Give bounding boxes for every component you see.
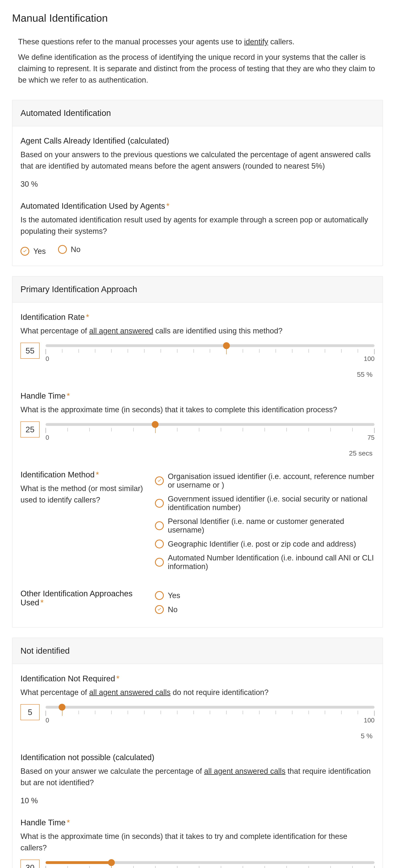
slider-scale: 0100 [46,717,374,724]
question-identification-rate: Identification Rate* What percentage of … [21,313,374,378]
radio-label: Government issued identifier (i.e. socia… [168,495,374,512]
section-header: Not identified [12,638,383,664]
question-label: Identification not possible (calculated) [21,753,374,762]
question-other-approaches-used: Other Identification Approaches Used* Ye… [21,589,374,619]
radio-icon [155,499,164,508]
question-description: Based on your answer we calculate the pe… [21,766,374,788]
question-description: What is the method (or most similar) use… [21,483,147,506]
radio-icon [155,476,164,485]
question-calls-already-identified: Agent Calls Already Identified (calculat… [21,136,374,188]
radio-icon [21,247,29,256]
intro-paragraph-1: These questions refer to the manual proc… [18,36,377,48]
question-handle-time: Handle Time* What is the approximate tim… [21,392,374,457]
radio-no[interactable]: No [155,605,374,614]
section-header: Automated Identification [12,100,383,126]
question-description: What is the approximate time (in seconds… [21,404,374,415]
radio-method-option[interactable]: Organisation issued identifier (i.e. acc… [155,472,374,490]
section-not-identified: Not identified Identification Not Requir… [12,638,383,868]
question-description: Is the automated identification result u… [21,214,374,237]
question-identification-not-possible: Identification not possible (calculated)… [21,753,374,805]
radio-label: No [71,245,81,254]
question-label: Identification Method* [21,470,147,479]
question-label: Handle Time* [21,392,374,400]
radio-label: Personal Identifier (i.e. name or custom… [168,517,374,534]
radio-icon [155,521,164,530]
section-header: Primary Identification Approach [12,277,383,303]
slider-value-input[interactable]: 30 [21,860,39,868]
section-automated-identification: Automated Identification Agent Calls Alr… [12,100,383,266]
question-automated-used-by-agents: Automated Identification Used by Agents*… [21,202,374,256]
slider-track[interactable] [46,344,374,347]
slider-readout: 25 secs [21,450,374,457]
question-label: Identification Rate* [21,313,374,321]
slider-ticks [46,428,374,433]
page-title: Manual Identification [12,12,383,24]
slider-track[interactable] [46,861,374,864]
radio-icon [58,245,67,254]
radio-method-option[interactable]: Personal Identifier (i.e. name or custom… [155,517,374,534]
radio-method-option[interactable]: Geographic Identifier (i.e. post or zip … [155,539,374,548]
radio-yes[interactable]: Yes [155,591,374,600]
radio-label: Yes [33,247,46,256]
question-label: Handle Time* [21,818,374,827]
question-handle-time-notid: Handle Time* What is the approximate tim… [21,818,374,868]
slider-value-input[interactable]: 55 [21,343,39,359]
slider-scale: 075 [46,434,374,441]
intro-paragraph-2: We define identification as the process … [18,52,377,86]
question-description: What percentage of all agent answered ca… [21,687,374,698]
calculated-value: 30 % [21,180,374,188]
question-label: Other Identification Approaches Used* [21,589,147,607]
slider-value-input[interactable]: 5 [21,704,39,720]
method-options: Organisation issued identifier (i.e. acc… [155,470,374,576]
radio-label: Organisation issued identifier (i.e. acc… [168,472,374,490]
slider-thumb[interactable] [152,421,159,428]
radio-label: Automated Number Identification (i.e. in… [168,554,374,571]
question-identification-not-required: Identification Not Required* What percen… [21,674,374,740]
slider-thumb[interactable] [59,704,65,711]
calculated-value: 10 % [21,797,374,805]
question-label: Agent Calls Already Identified (calculat… [21,136,374,145]
radio-icon [155,539,164,548]
slider-ticks [46,866,374,868]
question-identification-method: Identification Method* What is the metho… [21,470,374,576]
radio-method-option[interactable]: Government issued identifier (i.e. socia… [155,495,374,512]
slider-ticks [46,349,374,354]
slider-track[interactable] [46,706,374,709]
slider-ticks [46,711,374,716]
radio-no[interactable]: No [58,245,81,254]
radio-label: Geographic Identifier (i.e. post or zip … [168,540,356,548]
radio-label: No [168,605,178,614]
section-primary-identification: Primary Identification Approach Identifi… [12,276,383,628]
radio-label: Yes [168,591,180,600]
slider-readout: 55 % [21,371,374,378]
radio-icon [155,605,164,614]
radio-yes[interactable]: Yes [21,247,46,256]
radio-icon [155,558,164,567]
question-label: Automated Identification Used by Agents* [21,202,374,211]
question-description: What percentage of all agent answered ca… [21,325,374,337]
slider-scale: 0100 [46,355,374,363]
radio-method-option[interactable]: Automated Number Identification (i.e. in… [155,554,374,571]
slider-thumb[interactable] [108,859,115,866]
radio-icon [155,591,164,600]
question-label: Identification Not Required* [21,674,374,683]
intro-block: These questions refer to the manual proc… [12,36,383,100]
question-description: What is the approximate time (in seconds… [21,831,374,854]
question-description: Based on your answers to the previous qu… [21,149,374,172]
slider-value-input[interactable]: 25 [21,422,39,437]
slider-track[interactable] [46,423,374,426]
slider-readout: 5 % [21,732,374,740]
slider-thumb[interactable] [223,342,230,349]
